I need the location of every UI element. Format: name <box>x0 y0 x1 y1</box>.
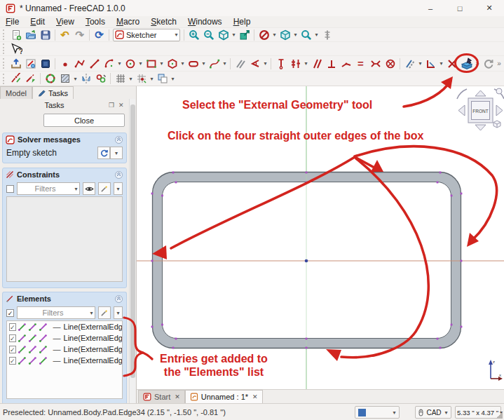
element-list-item[interactable]: ✓ — Line(ExternalEdge2#I <box>7 332 122 344</box>
constraints-filter-combo[interactable]: Filters ▾ <box>17 182 80 195</box>
element-checkbox[interactable]: ✓ <box>9 334 16 342</box>
tab-tasks[interactable]: Tasks <box>32 86 74 99</box>
create-line-button[interactable] <box>88 57 101 70</box>
chevron-down-icon[interactable]: ▾ <box>271 28 278 41</box>
extend-edge-button[interactable] <box>24 72 37 86</box>
save-document-button[interactable] <box>39 28 52 41</box>
close-icon[interactable]: ✕ <box>251 393 258 400</box>
chevron-down-icon[interactable]: ▾ <box>88 306 95 320</box>
toolbar-grip[interactable] <box>3 74 6 84</box>
create-circle-button[interactable] <box>123 57 137 70</box>
zoom-tools-button[interactable] <box>299 28 313 41</box>
collapse-icon[interactable] <box>114 294 123 304</box>
clone-button[interactable] <box>94 72 107 86</box>
create-bspline-button[interactable] <box>207 57 221 70</box>
collapse-icon[interactable] <box>114 135 123 144</box>
menu-tools[interactable]: Tools <box>80 16 111 27</box>
elements-settings-dropdown[interactable]: ▾ <box>114 306 123 319</box>
create-slot-button[interactable] <box>186 57 200 70</box>
element-checkbox[interactable]: ✓ <box>9 346 16 353</box>
element-checkbox[interactable]: ✓ <box>9 323 16 331</box>
panel-close-icon[interactable]: ✕ <box>118 102 128 109</box>
scrollbar-thumb[interactable] <box>130 104 135 378</box>
menu-macro[interactable]: Macro <box>111 16 145 27</box>
unit-system-selector[interactable]: ▾ <box>355 406 400 419</box>
show-constraints-button[interactable] <box>83 182 95 195</box>
chevron-down-icon[interactable]: ▾ <box>262 57 268 70</box>
zoom-in-button[interactable] <box>187 28 200 41</box>
constraints-settings-button[interactable] <box>98 182 111 195</box>
chevron-down-icon[interactable]: ▾ <box>158 57 165 70</box>
toolbar-overflow-icon[interactable]: » <box>496 60 503 67</box>
constrain-angle-button[interactable] <box>248 57 261 70</box>
chevron-down-icon[interactable]: ▾ <box>313 28 320 41</box>
undo-button[interactable]: ↶ <box>58 28 71 41</box>
constrain-parallel-button[interactable] <box>310 57 323 70</box>
chevron-down-icon[interactable]: ▾ <box>417 57 423 70</box>
box-zoom-button[interactable] <box>238 28 251 41</box>
redo-button[interactable]: ↷ <box>73 28 86 41</box>
maximize-button[interactable]: □ <box>445 0 475 16</box>
constrain-perpendicular-button[interactable] <box>325 57 338 70</box>
element-checkbox[interactable]: ✓ <box>9 357 16 365</box>
navigation-style-selector[interactable]: CAD ▾ <box>415 406 451 419</box>
collapse-icon[interactable] <box>114 170 123 179</box>
toggle-grid-button[interactable] <box>114 72 127 86</box>
close-icon[interactable]: ✕ <box>173 393 180 400</box>
menu-windows[interactable]: Windows <box>182 16 228 27</box>
constraints-filter-checkbox[interactable] <box>6 185 14 193</box>
chevron-down-icon[interactable]: ▾ <box>137 57 144 70</box>
new-document-button[interactable] <box>9 28 22 41</box>
toggle-construction-button[interactable] <box>403 57 416 70</box>
constrain-symmetric-button[interactable] <box>369 57 382 70</box>
close-button[interactable]: ✕ <box>475 0 504 16</box>
tab-unnamed-document[interactable]: Unnamed : 1* ✕ <box>185 390 263 404</box>
leave-sketch-button[interactable] <box>9 57 22 70</box>
element-list-item[interactable]: ✓ — Line(ExternalEdge4#I <box>7 355 122 366</box>
create-arc-button[interactable] <box>102 57 116 70</box>
toolbar-grip[interactable] <box>3 29 6 40</box>
carbon-copy-button[interactable] <box>482 57 495 70</box>
whats-this-button[interactable]: ? <box>9 42 22 55</box>
fit-all-button[interactable] <box>217 28 230 41</box>
constrain-equal-button[interactable]: = <box>354 57 367 70</box>
tab-model[interactable]: Model <box>0 86 32 99</box>
nav-cube-front-label[interactable]: FRONT <box>472 109 488 114</box>
measure-button[interactable] <box>320 28 334 41</box>
external-geometry-button[interactable] <box>460 57 473 70</box>
chevron-down-icon[interactable]: ▾ <box>222 57 228 70</box>
view-sketch-button[interactable] <box>24 57 37 70</box>
elements-filter-checkbox[interactable]: ✓ <box>6 309 14 317</box>
refresh-button[interactable]: ⟳ <box>93 28 106 41</box>
create-rectangle-button[interactable] <box>144 57 158 70</box>
panel-scrollbar[interactable] <box>129 99 135 403</box>
chevron-down-icon[interactable]: ▾ <box>303 57 309 70</box>
elements-filter-combo[interactable]: Filters ▾ <box>17 306 95 319</box>
constraints-settings-dropdown[interactable]: ▾ <box>114 182 123 195</box>
chevron-down-icon[interactable]: ▾ <box>173 28 179 41</box>
constrain-block-button[interactable] <box>383 57 397 70</box>
element-list-item[interactable]: ✓ — Line(ExternalEdge1#I <box>7 321 122 332</box>
toolbar-grip[interactable] <box>3 43 6 54</box>
constraints-list[interactable] <box>6 196 123 282</box>
create-point-button[interactable] <box>58 57 71 70</box>
toggle-snap-button[interactable] <box>135 72 148 86</box>
chevron-down-icon[interactable]: ▾ <box>179 57 186 70</box>
elements-settings-button[interactable] <box>98 306 111 319</box>
chevron-down-icon[interactable]: ▾ <box>72 72 79 86</box>
tab-start[interactable]: Start ✕ <box>138 390 185 404</box>
zoom-out-button[interactable] <box>202 28 215 41</box>
chevron-down-icon[interactable]: ▾ <box>391 406 397 419</box>
constrain-horizontal-vertical-button[interactable] <box>289 57 302 70</box>
auto-update-button[interactable] <box>97 147 110 159</box>
workbench-selector[interactable]: Sketcher ▾ <box>113 29 180 41</box>
render-order-button[interactable] <box>156 72 169 86</box>
toolbar-grip[interactable] <box>3 58 6 69</box>
chevron-down-icon[interactable]: ▾ <box>438 57 444 70</box>
chevron-down-icon[interactable]: ▾ <box>200 57 207 70</box>
create-polyline-button[interactable] <box>73 57 86 70</box>
constrain-tangent-button[interactable] <box>339 57 353 70</box>
menu-help[interactable]: Help <box>228 16 257 27</box>
chevron-down-icon[interactable]: ▾ <box>128 72 134 86</box>
close-task-button[interactable]: Close <box>43 114 125 127</box>
